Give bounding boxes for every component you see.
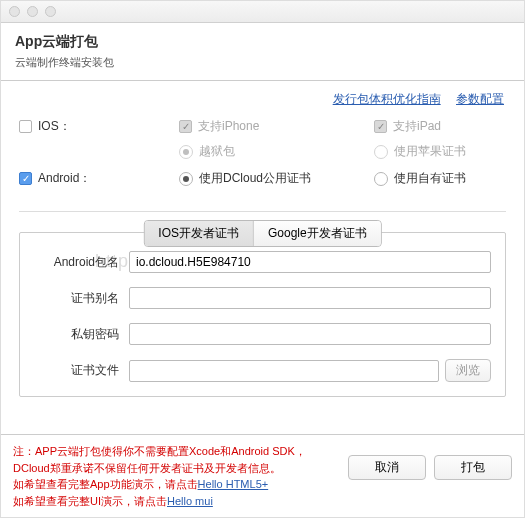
pkg-label: Android包名 bbox=[34, 254, 129, 271]
ios-ipad-checkbox: 支持iPad bbox=[374, 118, 441, 135]
pkg-input[interactable] bbox=[129, 251, 491, 273]
platforms-section: IOS： 支持iPhone 支持iPad 越狱包 bbox=[1, 112, 524, 205]
android-dcloud-cert-label: 使用DCloud公用证书 bbox=[199, 170, 311, 187]
ios-iphone-label: 支持iPhone bbox=[198, 118, 259, 135]
cancel-button[interactable]: 取消 bbox=[348, 455, 426, 480]
ios-jailbreak-radio: 越狱包 bbox=[179, 143, 235, 160]
key-label: 私钥密码 bbox=[34, 326, 129, 343]
alias-label: 证书别名 bbox=[34, 290, 129, 307]
ios-label: IOS： bbox=[38, 118, 71, 135]
link-param-config[interactable]: 参数配置 bbox=[456, 92, 504, 106]
android-dcloud-cert-radio[interactable]: 使用DCloud公用证书 bbox=[179, 170, 311, 187]
footer-buttons: 取消 打包 bbox=[348, 443, 512, 480]
dialog-subtitle: 云端制作终端安装包 bbox=[15, 55, 510, 70]
cert-groupbox: IOS开发者证书 Google开发者证书 Android包名 证书别名 私钥密码… bbox=[19, 232, 506, 397]
ios-iphone-checkbox: 支持iPhone bbox=[179, 118, 259, 135]
note-line1: APP云端打包使得你不需要配置Xcode和Android SDK， bbox=[35, 445, 306, 457]
link-hello-html5[interactable]: Hello HTML5+ bbox=[198, 478, 269, 490]
traffic-light-close[interactable] bbox=[9, 6, 20, 17]
alias-input[interactable] bbox=[129, 287, 491, 309]
pack-button[interactable]: 打包 bbox=[434, 455, 512, 480]
android-own-cert-label: 使用自有证书 bbox=[394, 170, 466, 187]
traffic-light-max[interactable] bbox=[45, 6, 56, 17]
link-optimize-guide[interactable]: 发行包体积优化指南 bbox=[333, 92, 441, 106]
dialog-footer: 注：APP云端打包使得你不需要配置Xcode和Android SDK， DClo… bbox=[1, 434, 524, 517]
ios-checkbox[interactable]: IOS： bbox=[19, 118, 71, 135]
file-label: 证书文件 bbox=[34, 362, 129, 379]
top-links: 发行包体积优化指南 参数配置 bbox=[1, 81, 524, 112]
android-own-cert-radio[interactable]: 使用自有证书 bbox=[374, 170, 466, 187]
android-label: Android： bbox=[38, 170, 91, 187]
note-line4a: 如希望查看完整UI演示，请点击 bbox=[13, 495, 167, 507]
link-hello-mui[interactable]: Hello mui bbox=[167, 495, 213, 507]
key-input[interactable] bbox=[129, 323, 491, 345]
cert-tabs: IOS开发者证书 Google开发者证书 bbox=[143, 220, 381, 247]
traffic-light-min[interactable] bbox=[27, 6, 38, 17]
note-prefix: 注： bbox=[13, 445, 35, 457]
dialog-header: App云端打包 云端制作终端安装包 bbox=[1, 23, 524, 81]
note-line2: DCloud郑重承诺不保留任何开发者证书及开发者信息。 bbox=[13, 462, 281, 474]
ios-ipad-label: 支持iPad bbox=[393, 118, 441, 135]
browse-button[interactable]: 浏览 bbox=[445, 359, 491, 382]
ios-apple-cert-label: 使用苹果证书 bbox=[394, 143, 466, 160]
ios-apple-cert-radio: 使用苹果证书 bbox=[374, 143, 466, 160]
note-line3a: 如希望查看完整App功能演示，请点击 bbox=[13, 478, 198, 490]
file-input[interactable] bbox=[129, 360, 439, 382]
ios-jailbreak-label: 越狱包 bbox=[199, 143, 235, 160]
android-checkbox[interactable]: Android： bbox=[19, 170, 91, 187]
tab-ios-dev-cert[interactable]: IOS开发者证书 bbox=[144, 221, 254, 246]
footer-note: 注：APP云端打包使得你不需要配置Xcode和Android SDK， DClo… bbox=[13, 443, 306, 509]
tab-google-dev-cert[interactable]: Google开发者证书 bbox=[254, 221, 381, 246]
dialog-title: App云端打包 bbox=[15, 33, 510, 51]
divider bbox=[19, 211, 506, 212]
window-titlebar bbox=[1, 1, 524, 23]
